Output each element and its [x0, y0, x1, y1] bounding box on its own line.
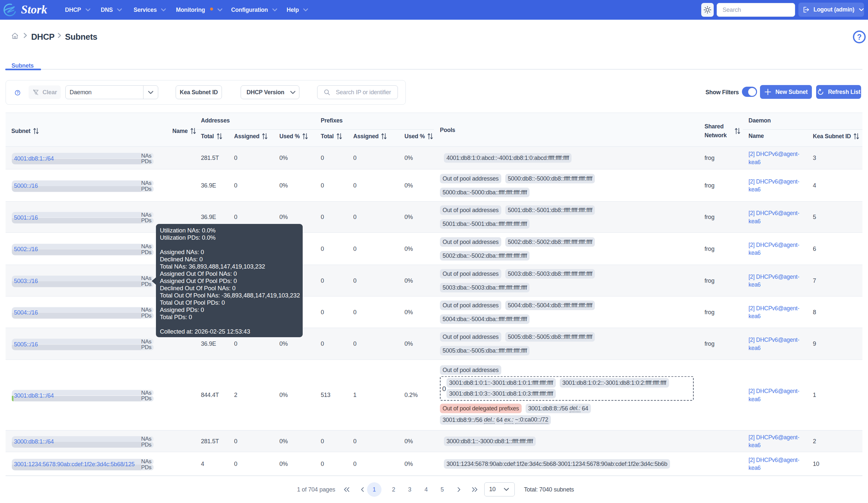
svg-text:?: ?	[857, 33, 862, 41]
svg-text:?: ?	[17, 91, 18, 94]
